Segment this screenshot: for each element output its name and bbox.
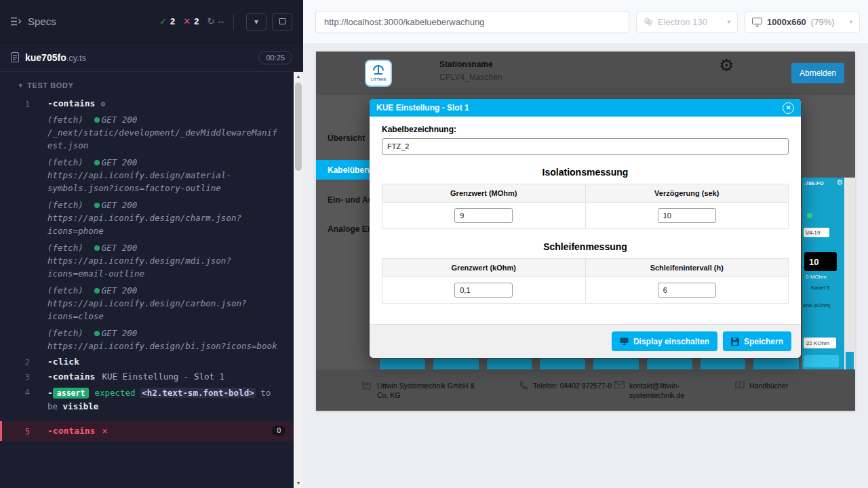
logout-button[interactable]: Abmelden	[791, 63, 844, 83]
footer-manuals[interactable]: Handbücher	[735, 381, 788, 390]
stop-icon	[279, 18, 285, 24]
url-input[interactable]	[319, 17, 626, 27]
failed-stat: ✕2	[183, 16, 199, 26]
slot-status-dot	[807, 213, 812, 218]
phone-icon	[519, 381, 528, 390]
network-log-row[interactable]: (fetch)GET 200 https://api.iconify.desig…	[0, 154, 294, 197]
test-body-section[interactable]: ▾ TEST BODY	[0, 77, 294, 96]
assert-selector: <h2.text-sm.font-bold>	[140, 388, 256, 398]
viewport-selector[interactable]: 1000x660 (79%) ▾	[745, 12, 860, 33]
isolation-delay-input[interactable]	[658, 208, 716, 223]
command-row-contains-2[interactable]: 3 -containsKUE Einstellung - Slot 1	[0, 369, 294, 384]
network-log-row[interactable]: (fetch)GET 200 https://api.iconify.desig…	[0, 282, 294, 325]
status-ok-dot	[94, 331, 100, 336]
spec-file-row[interactable]: kue705fo.cy.ts 00:25	[0, 43, 303, 72]
app-under-test: LITTWIN Stationsname CPLV4_Maschen ⚙ Abm…	[316, 52, 855, 411]
pending-icon: ↻	[207, 16, 214, 26]
app-header: LITTWIN Stationsname CPLV4_Maschen ⚙ Abm…	[316, 52, 855, 95]
fetch-status: GET 200	[102, 200, 138, 210]
cable-name-label: Kabelbezeichnung:	[382, 125, 789, 134]
reporter-header: Specs ✓2 ✕2 ↻-- ▾	[0, 0, 303, 43]
network-log-row[interactable]: (fetch)GET 200 https://api.iconify.desig…	[0, 239, 294, 282]
slot-cable-name: Kabel 5	[811, 285, 829, 291]
assert-message: -assertexpected <h2.text-sm.font-bold> t…	[47, 386, 279, 413]
command-row-click[interactable]: 2 -click	[0, 354, 294, 369]
scrollbar-thumb[interactable]	[295, 83, 302, 171]
cable-name-input[interactable]	[382, 138, 789, 155]
screen: Specs ✓2 ✕2 ↻-- ▾ kue705fo.cy.ts 00:25 ▾…	[0, 0, 868, 488]
slot-button[interactable]	[540, 359, 585, 369]
fetch-entry: (fetch)GET 200 https://api.iconify.desig…	[47, 199, 279, 237]
slot-button[interactable]	[593, 359, 639, 369]
fetch-url: https://api.iconify.design/carbon.json?i…	[47, 297, 279, 323]
command-log: ▾ TEST BODY 1 -contains⚙ (fetch)GET 200 …	[0, 72, 294, 488]
cypress-reporter: Specs ✓2 ✕2 ↻-- ▾ kue705fo.cy.ts 00:25 ▾…	[0, 0, 303, 488]
command-name: -contains⚙	[47, 98, 105, 108]
command-row-assert[interactable]: 4 -assertexpected <h2.text-sm.font-bold>…	[0, 384, 294, 415]
url-bar[interactable]	[315, 11, 629, 33]
loop-limit-input[interactable]	[454, 283, 513, 298]
reporter-scrollbar[interactable]: ▲ ▼	[294, 72, 303, 488]
fetch-entry: (fetch)GET 200 /_next/static/development…	[47, 113, 279, 152]
passed-count: 2	[170, 16, 175, 26]
slot-button[interactable]	[487, 359, 532, 369]
nav-item-analog[interactable]: Analoge Ei	[328, 224, 370, 234]
slot-card-gear-icon[interactable]: ⚙	[836, 178, 843, 187]
edge-card-fragment	[846, 352, 854, 369]
command-name: -contains✕	[47, 426, 107, 436]
save-button[interactable]: Speichern	[723, 331, 791, 351]
error-x-icon: ✕	[102, 426, 107, 436]
stop-button[interactable]	[272, 13, 292, 30]
network-log-row[interactable]: (fetch)GET 200 /_next/static/development…	[0, 111, 294, 154]
spec-file-icon	[11, 52, 19, 62]
loop-interval-input[interactable]	[658, 283, 716, 298]
save-floppy-icon	[731, 338, 739, 346]
slot-value-display: 10	[804, 252, 837, 271]
nav-item-overview[interactable]: Übersicht	[328, 134, 365, 143]
loop-interval-header: Schleifenintervall (h)	[585, 259, 789, 277]
network-log-row[interactable]: (fetch)GET 200 https://api.iconify.desig…	[0, 325, 294, 354]
fetch-entry: (fetch)GET 200 https://api.iconify.desig…	[47, 241, 279, 280]
slot-button-partial[interactable]	[804, 355, 839, 367]
specs-list-icon	[11, 17, 22, 26]
retry-count-badge: 0	[272, 426, 285, 436]
settings-gear-icon[interactable]: ⚙	[719, 56, 734, 75]
pending-stat: ↻--	[207, 16, 224, 26]
assert-badge: assert	[53, 388, 90, 399]
nav-item-io[interactable]: Ein- und Au	[328, 195, 373, 205]
line-number: 2	[0, 357, 47, 367]
slot-resistance-value: 22 KOhm	[804, 338, 836, 348]
command-options-gear-icon: ⚙	[100, 100, 105, 108]
close-icon: ✕	[786, 104, 791, 111]
command-row-contains-1[interactable]: 1 -contains⚙	[0, 96, 294, 111]
command-row-contains-failed[interactable]: 5 -contains✕ 0	[0, 421, 294, 441]
app-right-edge	[844, 178, 855, 369]
slot-button[interactable]	[701, 359, 746, 369]
slot-button[interactable]	[753, 359, 799, 369]
modal-title-bar: KUE Einstellung - Slot 1 ✕	[370, 99, 801, 117]
fetch-url: https://api.iconify.design/bi.json?icons…	[47, 340, 277, 352]
network-log-row[interactable]: (fetch)GET 200 https://api.iconify.desig…	[0, 197, 294, 239]
modal-close-button[interactable]: ✕	[783, 102, 794, 114]
fetch-entry: (fetch)GET 200 https://api.iconify.desig…	[47, 284, 279, 323]
collapse-button[interactable]: ▾	[246, 13, 267, 30]
slot-button[interactable]	[433, 359, 479, 369]
modal-footer: Display einschalten Speichern	[370, 324, 801, 358]
scroll-down-icon[interactable]: ▼	[296, 480, 301, 487]
browser-selector[interactable]: Electron 130 ▾	[636, 12, 738, 33]
display-icon	[620, 338, 629, 345]
isolation-limit-header: Grenzwert (MOhm)	[382, 184, 586, 203]
passed-icon: ✓	[159, 16, 167, 26]
fetch-status: GET 200	[102, 285, 138, 296]
display-on-button[interactable]: Display einschalten	[612, 331, 717, 351]
fetch-url: https://api.iconify.design/charm.json?ic…	[47, 211, 279, 237]
spec-name: kue705fo.cy.ts	[25, 52, 86, 63]
slot-button[interactable]	[647, 359, 692, 369]
specs-menu[interactable]: Specs	[11, 16, 56, 27]
fetch-status: GET 200	[102, 328, 138, 338]
line-number: 5	[2, 426, 47, 436]
isolation-limit-input[interactable]	[454, 208, 513, 223]
slot-button[interactable]	[380, 359, 425, 369]
scroll-up-icon[interactable]: ▲	[296, 73, 301, 80]
test-stats: ✓2 ✕2 ↻--	[159, 16, 224, 26]
